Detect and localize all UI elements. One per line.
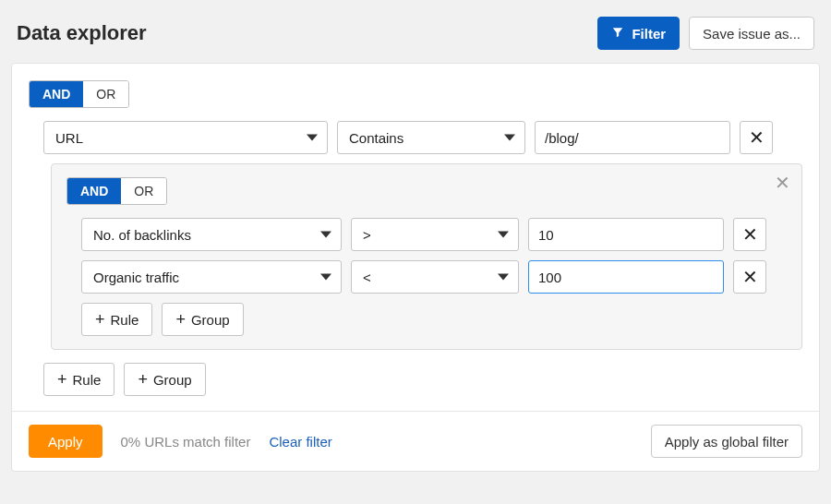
save-issue-label: Save issue as... — [703, 26, 801, 42]
chevron-down-icon — [498, 232, 509, 238]
chevron-down-icon — [498, 274, 509, 281]
nested-logic-toggle: AND OR — [66, 177, 167, 205]
remove-rule-button[interactable]: ✕ — [733, 218, 766, 251]
save-issue-button[interactable]: Save issue as... — [689, 17, 814, 50]
filter-button[interactable]: Filter — [597, 17, 680, 50]
rule-row: Organic traffic < ✕ — [81, 260, 787, 294]
plus-icon: + — [138, 371, 148, 388]
header-buttons: Filter Save issue as... — [597, 17, 814, 50]
root-or-toggle[interactable]: OR — [83, 81, 128, 107]
field-select-value: Organic traffic — [93, 270, 179, 285]
add-rule-button[interactable]: + Rule — [81, 303, 152, 336]
add-group-button[interactable]: + Group — [162, 303, 243, 336]
operator-select-value: > — [363, 227, 371, 243]
root-logic-toggle: AND OR — [29, 80, 129, 108]
add-group-button[interactable]: + Group — [124, 363, 205, 396]
funnel-icon — [611, 26, 624, 42]
plus-icon: + — [175, 311, 186, 328]
rule-row: No. of backlinks > ✕ — [81, 218, 787, 251]
value-input[interactable] — [528, 218, 724, 251]
close-icon: ✕ — [775, 173, 790, 193]
close-icon: ✕ — [742, 223, 758, 246]
close-icon: ✕ — [742, 266, 758, 288]
add-rule-label: Rule — [111, 312, 139, 328]
operator-select[interactable]: > — [351, 218, 519, 251]
plus-icon: + — [95, 311, 105, 328]
chevron-down-icon — [320, 274, 331, 281]
field-select-value: URL — [55, 130, 83, 146]
operator-select[interactable]: < — [351, 260, 519, 294]
add-rule-label: Rule — [73, 372, 102, 388]
nested-group: ✕ AND OR No. of backlinks — [51, 163, 802, 350]
nested-or-toggle[interactable]: OR — [121, 178, 166, 204]
plus-icon: + — [57, 371, 67, 388]
value-input[interactable] — [535, 121, 730, 154]
filter-button-label: Filter — [632, 26, 666, 42]
field-select-value: No. of backlinks — [93, 227, 191, 243]
chevron-down-icon — [504, 135, 515, 141]
apply-global-label: Apply as global filter — [665, 434, 789, 450]
filter-panel: AND OR URL Contains ✕ — [11, 63, 820, 472]
add-rule-button[interactable]: + Rule — [43, 363, 114, 396]
remove-rule-button[interactable]: ✕ — [733, 260, 766, 294]
apply-label: Apply — [48, 434, 83, 450]
operator-select[interactable]: Contains — [337, 121, 525, 154]
add-group-label: Group — [191, 312, 230, 328]
nested-and-toggle[interactable]: AND — [67, 178, 121, 204]
chevron-down-icon — [307, 135, 318, 141]
value-input[interactable] — [528, 260, 724, 294]
apply-global-button[interactable]: Apply as global filter — [651, 425, 802, 458]
field-select[interactable]: URL — [43, 121, 328, 154]
clear-filter-link[interactable]: Clear filter — [269, 434, 331, 450]
add-group-label: Group — [153, 372, 192, 388]
remove-group-button[interactable]: ✕ — [775, 174, 790, 192]
page-title: Data explorer — [17, 21, 147, 45]
panel-footer: Apply 0% URLs match filter Clear filter … — [12, 411, 819, 471]
operator-select-value: < — [363, 270, 371, 285]
chevron-down-icon — [320, 232, 331, 238]
close-icon: ✕ — [749, 126, 765, 149]
rule-row: URL Contains ✕ — [43, 121, 802, 154]
remove-rule-button[interactable]: ✕ — [740, 121, 773, 154]
apply-button[interactable]: Apply — [29, 425, 102, 458]
root-and-toggle[interactable]: AND — [30, 81, 83, 107]
field-select[interactable]: Organic traffic — [81, 260, 342, 294]
match-status: 0% URLs match filter — [121, 434, 251, 450]
operator-select-value: Contains — [349, 130, 403, 146]
field-select[interactable]: No. of backlinks — [81, 218, 342, 251]
